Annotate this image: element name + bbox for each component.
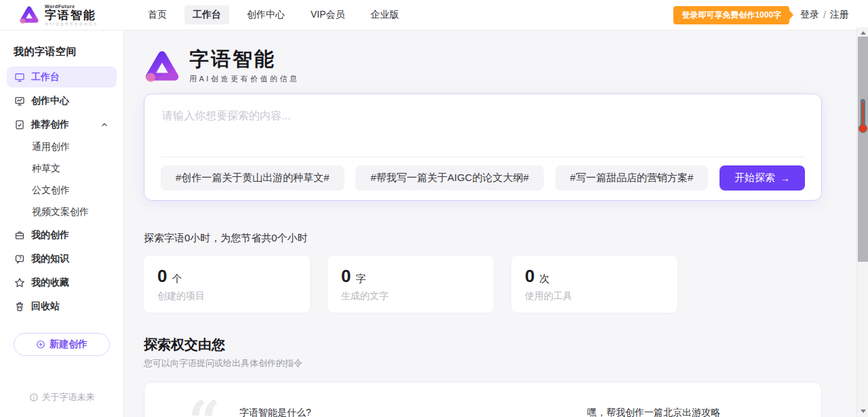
stat-card-words: 0 字 生成的文字 — [328, 256, 494, 313]
header-brand[interactable]: WordFuture 字语智能 用AI创造更有价值的信息 — [19, 4, 119, 26]
hero-brand: 字语智能 用AI创造更有价值的信息 — [144, 48, 822, 85]
hero-tagline: 用AI创造更有价值的信息 — [189, 74, 299, 84]
sidebar-item-workbench[interactable]: 工作台 — [7, 66, 117, 87]
hero-title: 字语智能 — [189, 49, 299, 71]
sidebar-item-label: 回收站 — [31, 300, 60, 313]
explore-section-subtitle: 您可以向字语提问或给出具体创作的指令 — [144, 357, 822, 370]
svg-text:?: ? — [18, 256, 21, 260]
login-promo-badge[interactable]: 登录即可享免费创作1000字 — [673, 6, 789, 24]
suggestion-chip-aigc[interactable]: #帮我写一篇关于AIGC的论文大纲# — [355, 165, 543, 191]
suggestion-chip-dessert[interactable]: #写一篇甜品店的营销方案# — [555, 165, 709, 191]
main-area: 字语智能 用AI创造更有价值的信息 #创作一篇关于黄山出游的种草文# #帮我写一… — [124, 31, 868, 417]
hero-brand-text: 字语智能 用AI创造更有价值的信息 — [189, 49, 299, 84]
sidebar-item-label: 创作中心 — [31, 95, 69, 107]
info-icon — [29, 393, 39, 402]
header-right: 登录即可享免费创作1000字 登录 / 注册 — [673, 6, 849, 24]
nav-workbench[interactable]: 工作台 — [184, 5, 229, 24]
sidebar-subitem-seeding[interactable]: 种草文 — [0, 158, 123, 180]
stat-label: 使用的工具 — [525, 290, 664, 302]
auth-separator: / — [823, 9, 826, 20]
brand-tagline: 用AI创造更有价值的信息 — [45, 22, 119, 26]
example-prompt-card: “ 字语智能是什么? 嘿，帮我创作一篇北京出游攻略 — [144, 382, 822, 417]
nav-creation-center[interactable]: 创作中心 — [239, 5, 293, 24]
stat-label: 生成的文字 — [341, 290, 480, 302]
stat-unit: 个 — [172, 273, 182, 285]
sidebar-item-recommended[interactable]: 推荐创作 — [7, 114, 117, 135]
example-answer-prompt: 嘿，帮我创作一篇北京出游攻略 — [587, 407, 720, 417]
hero-triangle-logo-icon — [144, 48, 180, 85]
nav-vip[interactable]: VIP会员 — [302, 5, 353, 24]
scroll-down-button[interactable] — [857, 407, 868, 415]
sidebar-item-label: 工作台 — [31, 71, 60, 83]
trash-icon — [14, 301, 25, 312]
sidebar-item-creation-center[interactable]: 创作中心 — [7, 90, 117, 111]
star-icon — [14, 277, 25, 288]
stat-label: 创建的项目 — [157, 290, 296, 302]
sidebar-item-my-knowledge[interactable]: ? 我的知识 — [7, 248, 117, 269]
stats-intro-text: 探索字语0小时，为您节省共0个小时 — [144, 232, 822, 245]
explore-input[interactable] — [162, 109, 804, 157]
new-creation-button[interactable]: 新建创作 — [14, 333, 110, 356]
sidebar-heading: 我的字语空间 — [0, 31, 123, 65]
chevron-up-icon[interactable] — [100, 120, 109, 130]
stat-value: 0 — [341, 266, 351, 287]
stat-card-tools: 0 次 使用的工具 — [511, 256, 677, 313]
arrow-right-icon: → — [780, 172, 790, 184]
suggestion-row: #创作一篇关于黄山出游的种草文# #帮我写一篇关于AIGC的论文大纲# #写一篇… — [161, 157, 805, 200]
creation-center-icon — [14, 96, 25, 106]
sidebar-subitem-official[interactable]: 公文创作 — [0, 180, 123, 201]
top-header: WordFuture 字语智能 用AI创造更有价值的信息 首页 工作台 创作中心… — [0, 0, 868, 31]
triangle-up-icon — [861, 31, 866, 35]
register-link[interactable]: 注册 — [830, 9, 849, 21]
stat-unit: 字 — [355, 273, 366, 285]
quote-mark-icon: “ — [188, 393, 220, 417]
suggestion-chip-huangshan[interactable]: #创作一篇关于黄山出游的种草文# — [161, 165, 344, 191]
plus-circle-icon — [36, 340, 45, 349]
new-creation-label: 新建创作 — [50, 338, 87, 351]
about-label: 关于字语未来 — [42, 391, 95, 403]
nav-home[interactable]: 首页 — [140, 5, 175, 24]
sidebar-item-my-creations[interactable]: 我的创作 — [7, 224, 117, 245]
recommended-doc-icon — [14, 119, 25, 130]
workbench-monitor-icon — [14, 72, 25, 83]
start-explore-button[interactable]: 开始探索 → — [719, 165, 805, 191]
example-question: 字语智能是什么? — [239, 407, 311, 417]
nav-enterprise[interactable]: 企业版 — [363, 5, 408, 24]
page-scrollbar[interactable] — [856, 27, 868, 417]
thermometer-marker-icon — [859, 99, 867, 133]
briefcase-icon — [14, 230, 25, 241]
brand-triangle-icon — [19, 5, 39, 25]
sidebar-subitem-video-copy[interactable]: 视频文案创作 — [0, 201, 123, 223]
main-nav: 首页 工作台 创作中心 VIP会员 企业版 — [140, 5, 408, 24]
brand-name-en: WordFuture — [45, 4, 119, 9]
auth-links: 登录 / 注册 — [800, 9, 849, 21]
stat-card-projects: 0 个 创建的项目 — [144, 256, 310, 313]
stat-value: 0 — [157, 266, 167, 287]
brand-name-cn: 字语智能 — [45, 9, 119, 21]
stat-value: 0 — [525, 266, 534, 287]
sidebar: 我的字语空间 工作台 创作中心 推荐创作 — [0, 31, 124, 417]
sidebar-item-label: 推荐创作 — [31, 119, 69, 131]
stat-unit: 次 — [539, 273, 549, 285]
start-explore-label: 开始探索 — [734, 172, 775, 184]
sidebar-item-recycle-bin[interactable]: 回收站 — [7, 296, 117, 317]
sidebar-subitem-general[interactable]: 通用创作 — [0, 136, 123, 158]
explore-section-title: 探索权交由您 — [144, 336, 822, 354]
explore-search-card: #创作一篇关于黄山出游的种草文# #帮我写一篇关于AIGC的论文大纲# #写一篇… — [144, 94, 822, 201]
login-link[interactable]: 登录 — [800, 9, 819, 21]
scroll-up-button[interactable] — [857, 28, 868, 37]
sidebar-item-label: 我的知识 — [31, 253, 69, 265]
chat-question-icon: ? — [14, 254, 25, 264]
triangle-down-icon — [861, 410, 866, 413]
sidebar-item-label: 我的创作 — [31, 229, 69, 241]
stats-row: 0 个 创建的项目 0 字 生成的文字 0 次 — [144, 256, 822, 313]
brand-text: WordFuture 字语智能 用AI创造更有价值的信息 — [45, 4, 119, 26]
about-wordfuture-link[interactable]: 关于字语未来 — [0, 391, 123, 403]
sidebar-item-label: 我的收藏 — [31, 277, 69, 289]
scroll-thumb[interactable] — [858, 37, 868, 262]
sidebar-item-my-favorites[interactable]: 我的收藏 — [7, 272, 117, 293]
